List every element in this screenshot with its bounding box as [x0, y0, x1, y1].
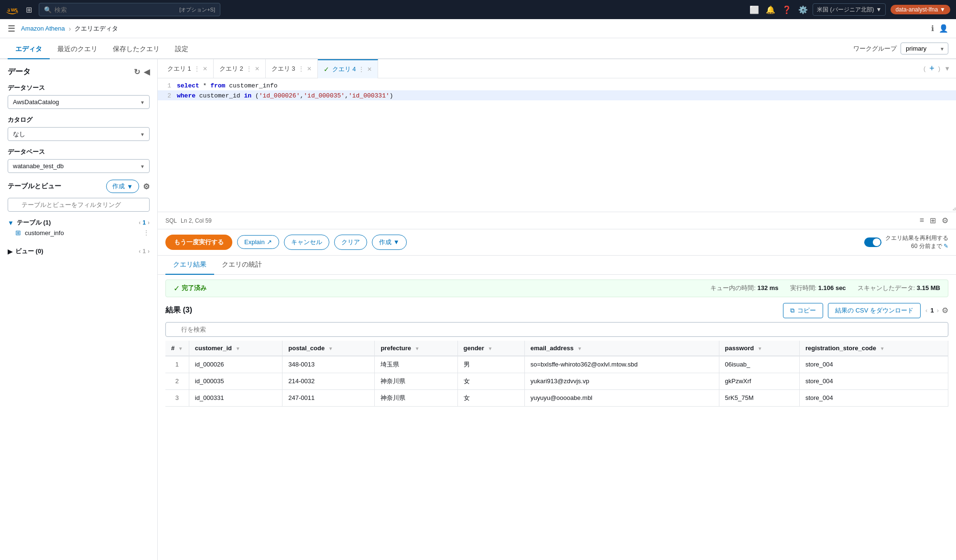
tab-more-icon[interactable]: ⋮: [298, 65, 304, 72]
views-section-header[interactable]: ▶ ビュー (0) ‹ 1 ›: [8, 245, 150, 256]
catalog-group: カタログ なし ▼: [8, 116, 150, 141]
tables-section-header[interactable]: ▼ テーブル (1) ‹ 1 ›: [8, 218, 150, 227]
workgroup-dropdown[interactable]: primary: [901, 43, 948, 54]
tab-more-icon[interactable]: ⋮: [246, 65, 252, 72]
settings-icon[interactable]: ⚙: [942, 216, 948, 225]
table-cell: yukari913@zdvvjs.vp: [524, 373, 719, 389]
datasource-dropdown[interactable]: AwsDataCatalog: [8, 95, 150, 109]
table-filter-input[interactable]: [8, 198, 150, 212]
user-badge[interactable]: data-analyst-lfna ▼: [891, 5, 950, 14]
create-table-button[interactable]: 作成 ▼: [106, 180, 139, 193]
col-header-customer-id[interactable]: customer_id ▼: [189, 341, 282, 356]
catalog-dropdown[interactable]: なし: [8, 127, 150, 141]
help-icon[interactable]: ❓: [782, 5, 792, 14]
col-header-store-code[interactable]: registration_store_code ▼: [799, 341, 948, 356]
explain-button[interactable]: Explain ↗: [237, 235, 279, 249]
aws-logo[interactable]: [6, 5, 21, 14]
col-header-postal-code[interactable]: postal_code ▼: [282, 341, 375, 356]
collapse-icon[interactable]: ◀: [144, 67, 150, 76]
next-page-icon[interactable]: ›: [148, 248, 150, 255]
more-options-icon[interactable]: ⋮: [143, 229, 150, 237]
cursor-position: Ln 2, Col 59: [181, 217, 212, 224]
region-label: 米国 (バージニア北部): [817, 6, 874, 14]
table-cell: 06isuab_: [719, 356, 799, 373]
info-icon[interactable]: ℹ: [931, 24, 934, 33]
search-bar[interactable]: 🔍 [オプション+S]: [39, 3, 220, 16]
tab-close-icon[interactable]: ✕: [203, 65, 207, 72]
tab-close-icon[interactable]: ✕: [255, 65, 260, 72]
breadcrumb-app-link[interactable]: Amazon Athena: [21, 25, 65, 32]
database-dropdown[interactable]: watanabe_test_db: [8, 159, 150, 173]
edit-icon[interactable]: ✎: [944, 243, 948, 249]
prev-page-icon[interactable]: ‹: [925, 307, 927, 314]
table-cell: store_004: [799, 373, 948, 389]
csv-download-button[interactable]: 結果の CSV をダウンロード: [828, 303, 921, 318]
hamburger-menu-icon[interactable]: ☰: [8, 23, 15, 34]
search-input[interactable]: [54, 6, 150, 13]
results-tab-bar: クエリ結果 クエリの統計: [158, 256, 956, 275]
results-table: # ▼ customer_id ▼ postal_code ▼ prefectu…: [165, 341, 948, 407]
code-line-1: 1 select * from select * from customer_i…: [158, 78, 956, 90]
reuse-toggle-switch[interactable]: [864, 237, 881, 247]
breadcrumb-bar: ☰ Amazon Athena › クエリエディタ ℹ 👤: [0, 19, 956, 38]
query-tab-2[interactable]: クエリ 2 ⋮ ✕: [214, 59, 266, 78]
table-cell: store_004: [799, 389, 948, 406]
col-header-gender[interactable]: gender ▼: [457, 341, 524, 356]
col-header-email[interactable]: email_address ▼: [524, 341, 719, 356]
col-header-prefecture[interactable]: prefecture ▼: [375, 341, 457, 356]
workgroup-selector[interactable]: primary: [901, 43, 948, 54]
table-cell: 348-0013: [282, 356, 375, 373]
settings-icon[interactable]: ⚙️: [798, 5, 808, 14]
tab-settings[interactable]: 設定: [167, 40, 196, 59]
format-icon[interactable]: ≡: [920, 216, 924, 225]
person-icon[interactable]: 👤: [939, 24, 948, 33]
tab-close-icon[interactable]: ✕: [367, 66, 372, 73]
query-tab-4[interactable]: ✓ クエリ 4 ⋮ ✕: [318, 59, 379, 78]
search-icon: 🔍: [44, 6, 52, 13]
monitor-icon[interactable]: ⬜: [750, 5, 759, 14]
table-cell: 男: [457, 356, 524, 373]
col-header-num[interactable]: # ▼: [165, 341, 189, 356]
next-page-icon[interactable]: ›: [148, 219, 150, 226]
gear-icon[interactable]: ⚙: [143, 182, 150, 191]
create-button[interactable]: 作成 ▼: [372, 235, 407, 250]
copy-button[interactable]: ⧉ コピー: [783, 303, 823, 318]
resize-handle[interactable]: ⊿: [952, 206, 956, 212]
results-tab-stats[interactable]: クエリの統計: [214, 256, 270, 275]
prev-page-icon[interactable]: ‹: [139, 248, 141, 255]
views-section: ▶ ビュー (0) ‹ 1 ›: [8, 245, 150, 256]
prev-page-icon[interactable]: ‹: [139, 219, 141, 226]
results-tab-results[interactable]: クエリ結果: [165, 256, 214, 275]
views-pagination: ‹ 1 ›: [139, 248, 150, 255]
query-tab-1[interactable]: クエリ 1 ⋮ ✕: [162, 59, 214, 78]
tab-saved[interactable]: 保存したクエリ: [105, 40, 167, 59]
editor-lang: SQL: [165, 217, 177, 224]
table-cell: 247-0011: [282, 389, 375, 406]
region-selector[interactable]: 米国 (バージニア北部) ▼: [813, 3, 886, 16]
refresh-icon[interactable]: ↻: [134, 67, 140, 76]
add-tab-button[interactable]: +: [929, 64, 934, 74]
run-again-button[interactable]: もう一度実行する: [165, 235, 232, 250]
catalog-wrapper: なし ▼: [8, 127, 150, 141]
tab-more-icon[interactable]: ⋮: [194, 65, 200, 72]
tab-editor[interactable]: エディタ: [8, 40, 50, 59]
table-icon: ⊞: [15, 229, 21, 237]
sql-editor[interactable]: 1 select * from select * from customer_i…: [158, 78, 956, 212]
list-item[interactable]: ⊞ customer_info ⋮: [8, 227, 150, 238]
tab-more-icon[interactable]: ⋮: [358, 66, 364, 73]
tab-recent[interactable]: 最近のクエリ: [50, 40, 105, 59]
query-tab-3[interactable]: クエリ 3 ⋮ ✕: [266, 59, 318, 78]
tab-actions: ( + ) ▼: [923, 64, 952, 74]
col-header-password[interactable]: password ▼: [719, 341, 799, 356]
table-icon[interactable]: ⊞: [930, 216, 936, 225]
bell-icon[interactable]: 🔔: [766, 5, 775, 14]
next-page-icon[interactable]: ›: [937, 307, 939, 314]
cancel-button[interactable]: キャンセル: [284, 235, 329, 250]
clear-button[interactable]: クリア: [334, 235, 367, 250]
grid-menu-icon[interactable]: ⊞: [26, 5, 32, 14]
table-settings-icon[interactable]: ⚙: [942, 306, 948, 315]
tab-close-icon[interactable]: ✕: [307, 65, 312, 72]
chevron-down-icon[interactable]: ▼: [944, 65, 950, 72]
row-search-input[interactable]: [165, 322, 948, 337]
scanned-data-stat: スキャンしたデータ: 3.15 MB: [858, 284, 940, 292]
